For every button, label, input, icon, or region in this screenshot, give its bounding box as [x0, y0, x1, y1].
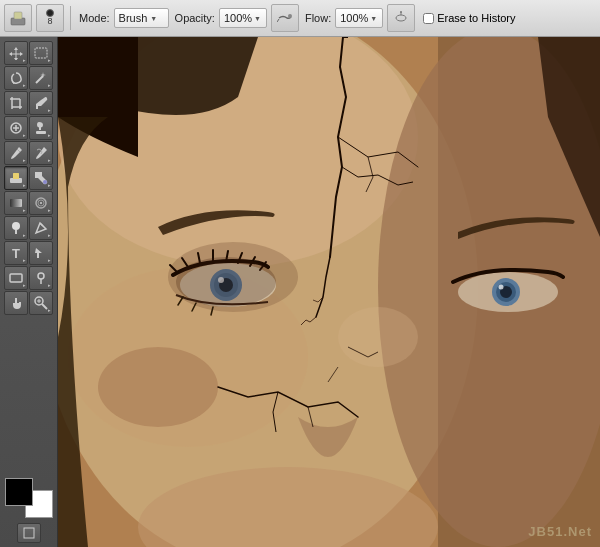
move-tool[interactable]: ▸: [4, 41, 28, 65]
tool-row-9: T ▸ ▸: [4, 241, 53, 265]
blur-tool[interactable]: ▸: [29, 191, 53, 215]
svg-point-6: [400, 11, 402, 13]
tools-panel: ▸ ▸ ▸ ▸: [0, 37, 58, 547]
tool-row-5: ▸ ▸: [4, 141, 53, 165]
svg-point-25: [40, 202, 42, 204]
opacity-label: Opacity:: [175, 12, 215, 24]
svg-point-54: [499, 285, 504, 290]
svg-rect-35: [24, 528, 34, 538]
fill-tool[interactable]: ▸: [29, 166, 53, 190]
gradient-tool[interactable]: ▸: [4, 191, 28, 215]
history-brush-tool[interactable]: ▸: [29, 141, 53, 165]
color-swatches[interactable]: [5, 478, 53, 518]
standard-mode-button[interactable]: [17, 523, 41, 543]
main-area: ▸ ▸ ▸ ▸: [0, 37, 600, 547]
brush-size-display[interactable]: 8: [36, 4, 64, 32]
hand-tool[interactable]: [4, 291, 28, 315]
tool-row-3: ▸: [4, 91, 53, 115]
eyedropper-tool-2[interactable]: ▸: [29, 266, 53, 290]
eyedropper-tool[interactable]: ▸: [29, 91, 53, 115]
flow-label: Flow:: [305, 12, 331, 24]
svg-rect-22: [10, 199, 22, 207]
lasso-tool[interactable]: ▸: [4, 66, 28, 90]
tool-row-4: ▸ ▸: [4, 116, 53, 140]
svg-line-32: [42, 304, 47, 309]
eraser-tool[interactable]: ▸: [4, 166, 28, 190]
face-background: [58, 37, 600, 547]
marquee-tool[interactable]: ▸: [29, 41, 53, 65]
svg-point-26: [12, 222, 20, 230]
airbrush-toggle-button[interactable]: [387, 4, 415, 32]
svg-point-29: [38, 273, 44, 279]
svg-rect-20: [13, 173, 19, 179]
tool-row-10: ▸ ▸: [4, 266, 53, 290]
tool-row-1: ▸ ▸: [4, 41, 53, 65]
crop-tool[interactable]: [4, 91, 28, 115]
tool-row-7: ▸ ▸: [4, 191, 53, 215]
svg-rect-1: [14, 12, 22, 19]
watermark: JB51.Net: [528, 524, 592, 539]
svg-rect-7: [35, 48, 47, 58]
svg-point-49: [176, 257, 276, 307]
text-tool[interactable]: T ▸: [4, 241, 28, 265]
canvas-area[interactable]: JB51.Net: [58, 37, 600, 547]
svg-point-21: [43, 180, 47, 184]
mode-dropdown[interactable]: Brush: [114, 8, 169, 28]
flow-dropdown[interactable]: 100%: [335, 8, 383, 28]
svg-point-4: [396, 15, 406, 21]
svg-point-2: [288, 14, 292, 18]
stamp-tool[interactable]: ▸: [29, 116, 53, 140]
quick-mask-area: [17, 523, 41, 543]
tool-row-8: ▸ ▸: [4, 216, 53, 240]
pen-tool[interactable]: ▸: [29, 216, 53, 240]
brush-size-value: 8: [47, 17, 52, 27]
erase-to-history-label: Erase to History: [437, 12, 515, 24]
brush-tool[interactable]: ▸: [4, 141, 28, 165]
svg-point-56: [338, 307, 418, 367]
erase-to-history-checkbox[interactable]: [423, 13, 434, 24]
shape-tool[interactable]: ▸: [4, 266, 28, 290]
active-tool-button[interactable]: [4, 4, 32, 32]
main-toolbar: 8 Mode: Brush Opacity: 100% Flow: 100% E…: [0, 0, 600, 37]
flow-value: 100%: [340, 12, 368, 24]
dodge-tool[interactable]: ▸: [4, 216, 28, 240]
svg-rect-17: [36, 131, 46, 134]
separator-1: [70, 6, 71, 30]
zoom-tool[interactable]: ▸: [29, 291, 53, 315]
photo-canvas: JB51.Net: [58, 37, 600, 547]
airbrush-button[interactable]: [271, 4, 299, 32]
magic-wand-tool[interactable]: ▸: [29, 66, 53, 90]
svg-line-3: [277, 19, 279, 22]
canvas-container: JB51.Net: [58, 37, 600, 547]
foreground-color-swatch[interactable]: [5, 478, 33, 506]
healing-brush-tool[interactable]: ▸: [4, 116, 28, 140]
mode-value: Brush: [119, 12, 148, 24]
svg-line-9: [36, 76, 43, 83]
tool-row-11: ▸: [4, 291, 53, 315]
tool-row-6: ▸ ▸: [4, 166, 53, 190]
erase-to-history-area[interactable]: Erase to History: [423, 12, 515, 24]
path-select-tool[interactable]: ▸: [29, 241, 53, 265]
svg-rect-28: [10, 274, 22, 282]
opacity-dropdown[interactable]: 100%: [219, 8, 267, 28]
svg-point-55: [98, 347, 218, 427]
opacity-value: 100%: [224, 12, 252, 24]
tool-row-2: ▸ ▸: [4, 66, 53, 90]
mode-label: Mode:: [79, 12, 110, 24]
